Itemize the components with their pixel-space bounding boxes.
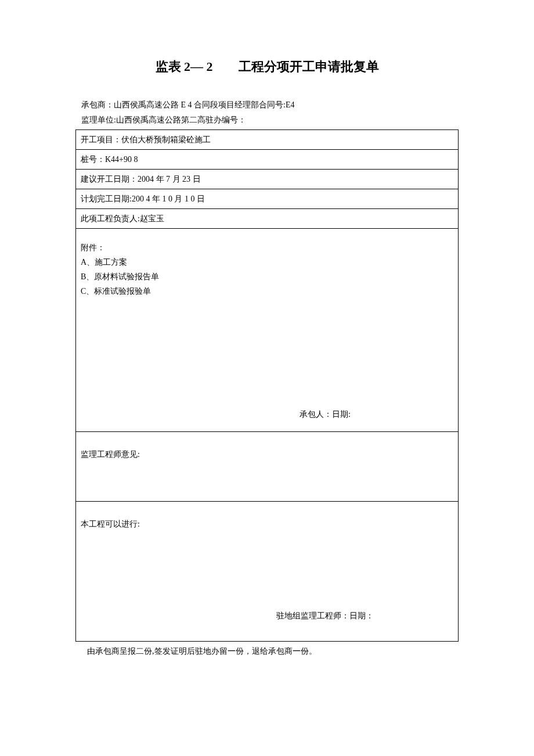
footer-note: 由承包商呈报二份,签发证明后驻地办留一份，退给承包商一份。	[75, 642, 459, 657]
attachments-list: 附件： A、施工方案 B、原材料试验报告单 C、标准试验报验单	[81, 240, 453, 299]
supervisor-header: 监理单位:山西侯禹高速公路第二高驻办编号：	[75, 114, 459, 127]
supervisor-opinion-section: 监理工程师意见:	[76, 432, 458, 502]
proceed-label: 本工程可以进行:	[81, 519, 453, 530]
engineer-signature-line: 驻地组监理工程师：日期：	[81, 611, 453, 621]
attachment-item-b: B、原材料试验报告单	[81, 269, 453, 284]
row-responsible: 此项工程负责人:赵宝玉	[76, 209, 458, 229]
form-title: 监表 2— 2 工程分项开工申请批复单	[75, 58, 459, 75]
form-table: 开工项目：伏伯大桥预制箱梁砼施工 桩号：K44+90 8 建议开工日期：2004…	[75, 129, 459, 642]
contractor-signature-line: 承包人：日期:	[81, 409, 453, 420]
proceed-section: 本工程可以进行: 驻地组监理工程师：日期：	[76, 502, 458, 641]
supervisor-opinion-label: 监理工程师意见:	[81, 449, 453, 460]
row-suggested-start: 建议开工日期：2004 年 7 月 23 日	[76, 170, 458, 189]
row-pile-no: 桩号：K44+90 8	[76, 150, 458, 170]
attachment-item-a: A、施工方案	[81, 255, 453, 269]
contractor-header: 承包商：山西侯禹高速公路 E 4 合同段项目经理部合同号:E4	[75, 99, 459, 111]
row-project: 开工项目：伏伯大桥预制箱梁砼施工	[76, 130, 458, 150]
row-planned-end: 计划完工日期:200 4 年 1 0 月 1 0 日	[76, 189, 458, 209]
attachments-label: 附件：	[81, 240, 453, 255]
attachment-item-c: C、标准试验报验单	[81, 284, 453, 298]
attachments-section: 附件： A、施工方案 B、原材料试验报告单 C、标准试验报验单 承包人：日期:	[76, 229, 458, 432]
